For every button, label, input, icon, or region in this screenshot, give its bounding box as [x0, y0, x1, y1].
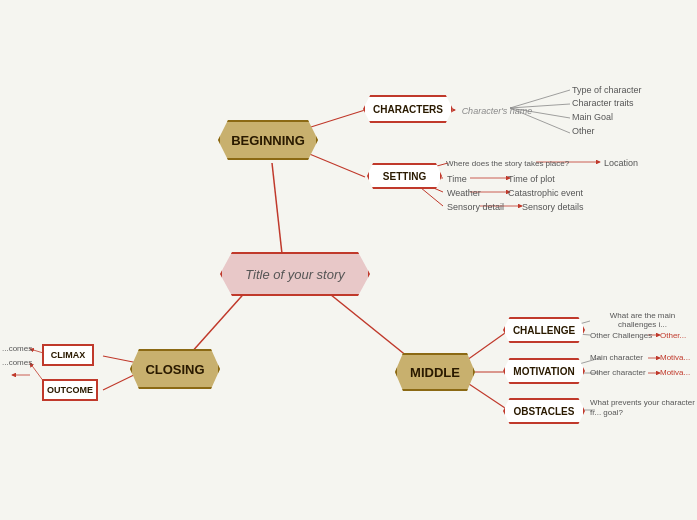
closing-node: CLOSING [130, 349, 220, 389]
where-story-label: Where does the story takes place? [446, 155, 601, 171]
other-challenges-label: Other Challenges [590, 328, 670, 342]
outcome-node: OUTCOME [42, 379, 98, 401]
closing-label: CLOSING [145, 362, 204, 377]
obstacles-node: OBSTACLES [503, 398, 585, 424]
type-char-label: Type of character [572, 83, 682, 97]
main-char-label: Main character [590, 350, 670, 364]
characters-node: CHARACTERS [363, 95, 453, 123]
beginning-node: BEGINNING [218, 120, 318, 160]
weather-label: Weather [447, 186, 497, 200]
outcome-label: OUTCOME [47, 385, 93, 395]
svg-line-0 [272, 163, 283, 263]
other1-label: Other [572, 124, 632, 138]
svg-line-29 [103, 356, 138, 363]
setting-node: SETTING [367, 163, 442, 189]
main-goal-label: Main Goal [572, 110, 652, 124]
what-prevents-label: What prevents your character fr... goal? [590, 398, 697, 424]
beginning-label: BEGINNING [231, 133, 305, 148]
characters-label: CHARACTERS [373, 104, 443, 115]
climax-label: CLIMAX [51, 350, 86, 360]
motiv2-label: Motiva... [660, 365, 697, 379]
location-label: Location [604, 155, 664, 171]
catastrophic-label: Catastrophic event [508, 186, 608, 200]
middle-node: MIDDLE [395, 353, 475, 391]
motiv1-label: Motiva... [660, 350, 697, 364]
motivation-label: MOTIVATION [513, 366, 574, 377]
obstacles-label: OBSTACLES [514, 406, 575, 417]
challenge-node: CHALLENGE [503, 317, 585, 343]
challenges-main-label: What are the main challenges i... [590, 313, 695, 327]
other-char-label: Other character [590, 365, 670, 379]
setting-label: SETTING [383, 171, 426, 182]
svg-line-30 [103, 373, 138, 390]
challenge-label: CHALLENGE [513, 325, 575, 336]
center-label: Title of your story [245, 267, 345, 282]
chars-name-label: Character's name [452, 103, 542, 119]
center-title: Title of your story [220, 252, 370, 296]
other-ch2-label: Other... [660, 328, 697, 342]
climax-node: CLIMAX [42, 344, 94, 366]
middle-label: MIDDLE [410, 365, 460, 380]
outcomes-label2: ...comes [2, 355, 40, 369]
motivation-node: MOTIVATION [503, 358, 585, 384]
char-traits-label: Character traits [572, 96, 682, 110]
outcomes-label1: ...comes [2, 341, 40, 355]
sensory-label: Sensory detail [447, 200, 522, 214]
time-plot-label: Time of plot [508, 172, 583, 186]
sensory-details-label: Sensory details [522, 200, 612, 214]
time-label: Time [447, 172, 482, 186]
